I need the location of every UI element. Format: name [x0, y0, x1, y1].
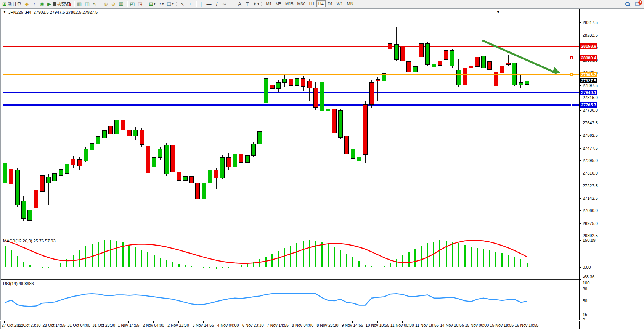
candle-59[interactable]	[369, 80, 374, 108]
bucket-button[interactable]: ◆	[23, 0, 31, 7]
axis-tick	[580, 35, 581, 35]
candle-body	[47, 177, 51, 183]
auto-scroll-icon: ◰	[130, 2, 135, 6]
chart-background	[1, 15, 579, 236]
candle-47[interactable]	[295, 77, 299, 87]
timeframe-m1-button[interactable]: M1	[264, 0, 273, 7]
candle-body	[96, 137, 100, 144]
candle-23[interactable]	[146, 144, 150, 175]
autotrade-button[interactable]: ▶自动交易	[46, 0, 72, 7]
timeframe-w1-button[interactable]: W1	[335, 0, 345, 7]
price-tick-label: 27142.5	[583, 196, 598, 201]
new-chart-button[interactable]: ⊞▾	[147, 0, 157, 7]
label-tool-button[interactable]: T	[244, 0, 251, 7]
period-button[interactable]: ◔▾	[157, 0, 165, 7]
time-tick-label: 10 Nov 10:55	[366, 323, 389, 327]
candle-26[interactable]	[164, 143, 169, 176]
candle-35[interactable]	[220, 155, 225, 179]
cursor-button[interactable]: ↖	[179, 0, 186, 7]
candle-body	[401, 47, 405, 61]
signals-button[interactable]: ◉	[38, 0, 46, 7]
bar-chart-button[interactable]: ▥	[75, 0, 83, 7]
timeframe-m15-button[interactable]: M15	[283, 0, 295, 7]
time-axis-tick	[153, 321, 154, 323]
candle-body	[158, 149, 162, 158]
time-axis-tick	[477, 321, 477, 323]
time-tick-label: 16 Nov 10:55	[515, 323, 538, 327]
candle-5[interactable]	[34, 187, 38, 211]
template-button[interactable]: ▤▾	[165, 0, 175, 7]
candle-body	[77, 160, 82, 166]
candle-67[interactable]	[419, 41, 423, 59]
candle-body	[121, 120, 125, 130]
rsi-tick-label: 15	[583, 312, 587, 317]
trendline-button[interactable]: /	[213, 0, 221, 7]
axis-tick	[580, 160, 581, 161]
timeframe-m5-button[interactable]: M5	[274, 0, 283, 7]
fibonacci-button[interactable]: ≋	[221, 0, 228, 7]
search-icon[interactable]	[625, 2, 630, 6]
line-chart-button[interactable]: ∿	[91, 0, 99, 7]
candle-27[interactable]	[171, 143, 175, 177]
candle-72[interactable]	[450, 49, 454, 68]
time-axis-tick	[178, 321, 179, 323]
time-axis-tick	[427, 321, 427, 323]
candle-0[interactable]	[3, 162, 7, 185]
candle-55[interactable]	[345, 133, 349, 157]
timeframe-h4-button[interactable]: H4	[316, 0, 326, 7]
chat-icon[interactable]: 1	[635, 2, 640, 6]
timeframe-d1-button[interactable]: D1	[326, 0, 335, 7]
auto-scroll-button[interactable]: ◰	[128, 0, 136, 7]
timeframe-mn-button[interactable]: MN	[345, 0, 355, 7]
timeframe-m30-button[interactable]: M30	[295, 0, 307, 7]
zoom-in-icon: ⊕	[104, 2, 108, 6]
time-axis[interactable]: 27 Oct 202227 Oct 23:3028 Oct 14:5531 Oc…	[1, 321, 579, 329]
candle-54[interactable]	[339, 109, 343, 139]
price-axis[interactable]: 28317.528232.528150.028065.027982.527897…	[579, 9, 644, 329]
resistance-2-anchor-handle[interactable]	[570, 57, 573, 59]
candle-body	[59, 170, 63, 175]
candle-body	[140, 130, 144, 144]
price-tick-label: 27395.0	[583, 158, 598, 163]
candle-53[interactable]	[332, 107, 336, 136]
hline-button[interactable]: —	[205, 0, 213, 7]
candle-58[interactable]	[363, 101, 368, 163]
candle-22[interactable]	[140, 128, 144, 147]
macd-panel-chart[interactable]	[1, 237, 579, 279]
candle-40[interactable]	[251, 142, 255, 157]
candle-68[interactable]	[426, 42, 430, 66]
publisher-button[interactable]: ◔	[31, 0, 38, 7]
tile-windows-button[interactable]: ▦	[117, 0, 125, 7]
text-tool-button[interactable]: A	[236, 0, 244, 7]
grid-tool-button[interactable]: ∷	[228, 0, 236, 7]
candle-body	[84, 149, 88, 161]
candle-chart-button[interactable]: ◫	[83, 0, 91, 7]
main-price-chart[interactable]	[1, 15, 579, 236]
vline-button[interactable]: |	[198, 0, 205, 7]
zoom-out-button[interactable]: ⊖	[110, 0, 117, 7]
chart-shift-button[interactable]: ◳	[136, 0, 144, 7]
candle-79[interactable]	[494, 71, 498, 87]
candle-body	[3, 163, 7, 183]
pivot-orange-anchor-handle[interactable]	[570, 74, 573, 76]
time-axis-tick	[352, 321, 353, 323]
timeframe-h1-button[interactable]: H1	[307, 0, 316, 7]
axis-tick	[580, 301, 581, 301]
axis-tick	[580, 186, 581, 186]
rsi-panel-chart[interactable]	[1, 280, 579, 321]
crosshair-icon: +	[189, 2, 192, 6]
candle-51[interactable]	[320, 80, 324, 115]
candle-2[interactable]	[15, 168, 19, 207]
fibonacci-icon: ≋	[222, 2, 226, 6]
candle-body	[488, 61, 492, 69]
candle-13[interactable]	[84, 147, 88, 162]
support-2-anchor-handle[interactable]	[570, 104, 573, 106]
crosshair-button[interactable]: +	[186, 0, 194, 7]
autotrade-status-dot	[69, 3, 71, 6]
shapes-button[interactable]: ✦▾	[251, 0, 261, 7]
candle-74[interactable]	[463, 67, 467, 87]
new-order-button[interactable]: ⊞新订单	[1, 0, 23, 7]
axis-tick	[580, 173, 581, 173]
text-tool-icon: A	[238, 2, 241, 6]
zoom-in-button[interactable]: ⊕	[102, 0, 110, 7]
